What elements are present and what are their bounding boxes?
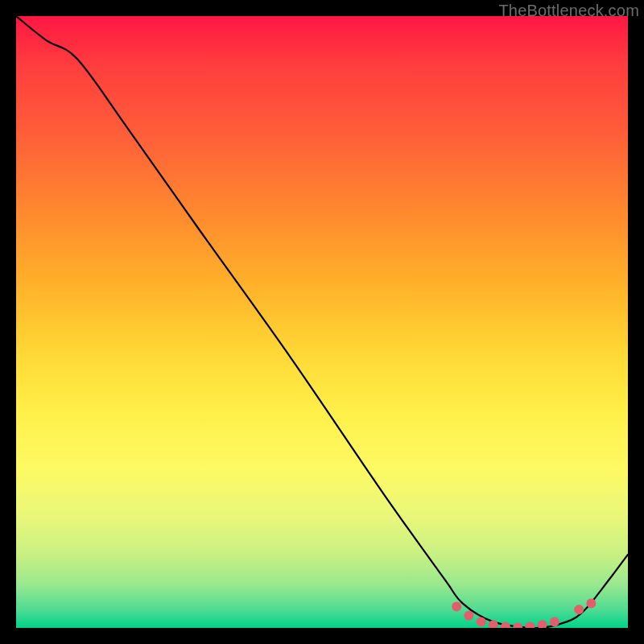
marker-dot <box>464 611 473 621</box>
plot-area <box>16 16 628 628</box>
marker-dot <box>525 622 535 629</box>
marker-dot <box>477 617 486 626</box>
marker-dot <box>586 599 596 609</box>
chart-frame: TheBottleneck.com <box>0 0 644 644</box>
marker-dot <box>574 605 584 614</box>
marker-dot <box>501 622 510 629</box>
watermark-text: TheBottleneck.com <box>498 2 639 20</box>
marker-dot <box>513 622 522 628</box>
trough-markers <box>452 599 596 628</box>
marker-dot <box>550 617 559 626</box>
marker-dot <box>452 601 461 611</box>
curve-layer <box>16 16 628 628</box>
bottleneck-curve <box>16 16 628 628</box>
marker-dot <box>538 620 547 628</box>
